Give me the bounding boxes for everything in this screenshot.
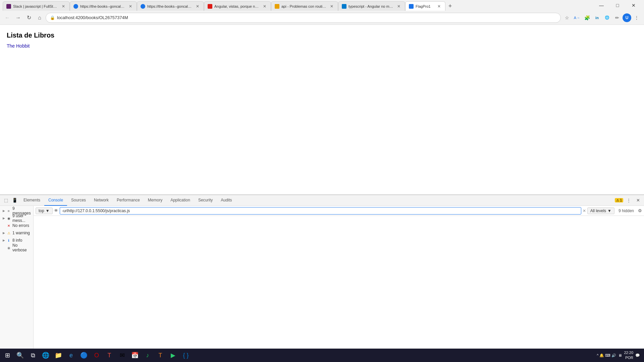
chrome-taskbar-icon[interactable]: 🔵	[78, 349, 90, 361]
system-tray-icons: ^ 🔔 ⌨ 🔊	[597, 353, 616, 358]
new-tab-button[interactable]: +	[445, 1, 455, 11]
calendar-taskbar-icon[interactable]: 📅	[129, 349, 141, 361]
tab-typescript[interactable]: typescript - Angular no me mue... ✕	[338, 1, 405, 11]
devtools-inspect-button[interactable]: ⬚	[2, 196, 10, 204]
edit-button[interactable]: ✏	[612, 13, 622, 22]
tab-books1[interactable]: https://the-books--goncalomat... ✕	[70, 1, 137, 11]
vscode-taskbar-icon[interactable]: { }	[180, 349, 192, 361]
hidden-count: 9 hidden	[616, 208, 637, 213]
tab-audits[interactable]: Audits	[217, 195, 236, 206]
forward-button[interactable]: →	[13, 13, 23, 22]
address-bar[interactable]: 🔒 localhost:4200/books/OL26757374M	[46, 13, 561, 23]
devtools-close-button[interactable]: ✕	[634, 196, 642, 204]
home-button[interactable]: ⌂	[35, 13, 44, 22]
warning-count: 1	[620, 198, 622, 202]
edge-taskbar-icon[interactable]: 🌐	[40, 349, 52, 361]
task-view-button[interactable]: ⧉	[27, 349, 39, 361]
tab-network[interactable]: Network	[90, 195, 113, 206]
google-translate-nav[interactable]: 🌐	[602, 13, 612, 22]
devtools-panel: ⬚ 📱 Elements Console Sources Network Per…	[0, 194, 644, 349]
navigation-bar: ← → ↻ ⌂ 🔒 localhost:4200/books/OL2675737…	[0, 11, 644, 25]
context-selector[interactable]: top ▼	[36, 207, 53, 214]
tab-close-typescript[interactable]: ✕	[396, 4, 401, 9]
filter-clear-icon[interactable]: ✕	[583, 208, 586, 213]
notification-icon[interactable]: 💬	[635, 353, 640, 358]
nav-actions: ☆ A→ 🧩 in 🌐 ✏ U ⋮	[562, 13, 641, 22]
page-title: Lista de Libros	[7, 32, 637, 39]
bookmark-button[interactable]: ☆	[562, 13, 572, 22]
tab-application[interactable]: Application	[166, 195, 194, 206]
tab-api[interactable]: api - Problemas con routing en A... ✕	[271, 1, 338, 11]
sidebar-item-warnings[interactable]: ▶ ⚠ 1 warning	[0, 229, 33, 237]
search-taskbar-button[interactable]: 🔍	[14, 349, 26, 361]
tab-flagpro[interactable]: FlagPro1 ✕	[405, 1, 445, 11]
tab-close-api[interactable]: ✕	[329, 4, 334, 9]
eye-icon[interactable]: 👁	[54, 208, 58, 213]
devtools-sidebar: ▶ ≡ 9 messages ▶ ◉ 9 user mess... ▶ ✕ No…	[0, 206, 34, 349]
tab-memory[interactable]: Memory	[144, 195, 166, 206]
tab-favicon-flagpro	[409, 4, 414, 9]
tab-close-books2[interactable]: ✕	[195, 4, 200, 9]
messages-icon: ≡	[6, 208, 11, 213]
tab-close-slack[interactable]: ✕	[61, 4, 66, 9]
sidebar-item-errors[interactable]: ▶ ✕ No errors	[0, 222, 33, 229]
tab-books2[interactable]: https://the-books--goncalomat... ✕	[137, 1, 204, 11]
tab-console[interactable]: Console	[44, 195, 67, 206]
console-filter-input[interactable]	[60, 207, 581, 215]
ie-taskbar-icon[interactable]: e	[65, 349, 77, 361]
sidebar-item-verbose[interactable]: ▶ ◉ No verbose	[0, 244, 33, 251]
tab-favicon-api	[275, 4, 279, 9]
tab-strip: Slack | javascript | FullStack Flag ✕ ht…	[3, 0, 592, 11]
app1-taskbar-icon[interactable]: T	[103, 349, 115, 361]
devtools-more-button[interactable]: ⋮	[625, 196, 633, 204]
devtools-right-controls: ⚠ 1 ⋮ ✕	[615, 196, 642, 204]
expand-icon-messages: ▶	[3, 209, 5, 213]
devtools-device-button[interactable]: 📱	[11, 196, 19, 204]
translate-icon[interactable]: A→	[572, 13, 582, 22]
tab-close-flagpro[interactable]: ✕	[436, 4, 442, 9]
user-messages-icon: ◉	[6, 216, 11, 221]
spotify-taskbar-icon[interactable]: ♪	[142, 349, 154, 361]
extensions-button[interactable]: 🧩	[582, 13, 592, 22]
profile-avatar[interactable]: U	[623, 13, 631, 22]
tab-title-typescript: typescript - Angular no me mue...	[348, 4, 394, 8]
tab-title-angular: Angular, vistas, porque no veo l...	[214, 4, 260, 8]
log-levels-selector[interactable]: All levels ▼	[587, 207, 614, 214]
taskbar-time-display: 22:20	[624, 350, 633, 355]
linkedin-icon[interactable]: in	[592, 13, 602, 22]
menu-button[interactable]: ⋮	[632, 13, 641, 22]
tab-slack[interactable]: Slack | javascript | FullStack Flag ✕	[3, 1, 70, 11]
context-value: top	[39, 208, 44, 213]
tab-favicon-angular	[208, 4, 212, 9]
errors-icon: ✕	[6, 223, 11, 228]
tab-angular[interactable]: Angular, vistas, porque no veo l... ✕	[204, 1, 271, 11]
expand-icon-user-messages: ▶	[3, 217, 5, 220]
app2-taskbar-icon[interactable]: T	[154, 349, 166, 361]
reload-button[interactable]: ↻	[24, 13, 34, 22]
tab-sources[interactable]: Sources	[67, 195, 90, 206]
devtools-settings-icon[interactable]: ⚙	[638, 208, 642, 213]
mail-taskbar-icon[interactable]: ✉	[116, 349, 128, 361]
tab-performance[interactable]: Performance	[113, 195, 144, 206]
explorer-taskbar-icon[interactable]: 📁	[52, 349, 64, 361]
tab-title-api: api - Problemas con routing en A...	[281, 4, 327, 8]
close-button[interactable]: ✕	[626, 0, 641, 11]
tab-close-books1[interactable]: ✕	[128, 4, 133, 9]
book-link[interactable]: The Hobbit	[7, 43, 30, 49]
taskbar-clock: 22:20 POR	[624, 350, 633, 361]
taskbar-system-tray: ^ 🔔 ⌨ 🔊 🖥 22:20 POR 💬	[597, 350, 643, 361]
taskbar: ⊞ 🔍 ⧉ 🌐 📁 e 🔵 O T ✉ 📅 ♪ T ▶ { } ^ 🔔 ⌨ 🔊 …	[0, 349, 644, 362]
opera-taskbar-icon[interactable]: O	[91, 349, 103, 361]
tab-security[interactable]: Security	[194, 195, 217, 206]
sidebar-item-user-messages[interactable]: ▶ ◉ 9 user mess...	[0, 215, 33, 222]
start-button[interactable]: ⊞	[1, 349, 13, 361]
back-button[interactable]: ←	[3, 13, 12, 22]
maximize-button[interactable]: □	[610, 0, 625, 11]
tab-elements[interactable]: Elements	[19, 195, 44, 206]
levels-label: All levels	[590, 208, 606, 213]
warnings-icon: ⚠	[6, 231, 11, 235]
sidebar-label-info: 8 info	[12, 238, 22, 243]
minimize-button[interactable]: —	[594, 0, 609, 11]
app3-taskbar-icon[interactable]: ▶	[167, 349, 179, 361]
tab-close-angular[interactable]: ✕	[262, 4, 267, 9]
